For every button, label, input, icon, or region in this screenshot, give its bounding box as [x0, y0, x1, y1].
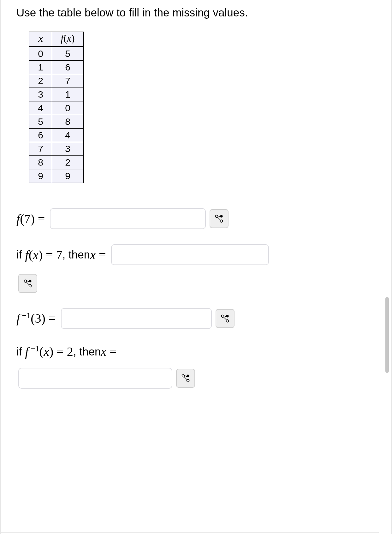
svg-line-3: [218, 217, 221, 220]
table-row: 05: [29, 47, 84, 61]
q3-answer-input[interactable]: [61, 308, 212, 329]
cell-fx: 4: [52, 129, 84, 142]
table-row: 31: [29, 88, 84, 101]
q4-lhs: x =: [101, 344, 116, 359]
cell-fx: 9: [52, 169, 84, 183]
question-2: if f(x) = 7 , then x =: [16, 244, 376, 293]
cell-x: 9: [29, 169, 52, 183]
svg-line-8: [27, 282, 29, 285]
svg-point-0: [216, 215, 218, 218]
q4-cond: f −1(x) = 2: [22, 344, 73, 359]
symbol-palette-icon: [214, 214, 224, 223]
q2-cond: f(x) = 7: [22, 247, 62, 262]
q1-answer-input[interactable]: [50, 208, 206, 229]
cell-fx: 5: [52, 47, 84, 61]
vertical-scrollbar[interactable]: [385, 297, 389, 373]
cell-x: 6: [29, 129, 52, 142]
table-row: 73: [29, 142, 84, 156]
cell-x: 0: [29, 47, 52, 61]
table-row: 64: [29, 129, 84, 142]
q2-answer-input[interactable]: [111, 244, 269, 265]
svg-point-2: [220, 220, 223, 222]
q4-mid: , then: [73, 345, 101, 358]
cell-x: 3: [29, 88, 52, 101]
table-row: 82: [29, 156, 84, 169]
svg-point-15: [182, 375, 185, 377]
table-row: 58: [29, 115, 84, 129]
q2-lhs: x =: [90, 247, 109, 262]
symbol-palette-icon: [220, 314, 230, 323]
function-table: x f(x) 05 16 27 31 40 58 64 73 82 99: [29, 32, 84, 183]
question-card: Use the table below to fill in the missi…: [0, 0, 392, 534]
cell-x: 4: [29, 101, 52, 115]
svg-line-19: [184, 375, 187, 377]
svg-line-13: [223, 317, 226, 320]
svg-line-14: [224, 316, 227, 317]
svg-line-18: [184, 377, 187, 380]
svg-point-12: [226, 320, 229, 322]
symbol-palette-button[interactable]: [176, 369, 195, 388]
cell-fx: 8: [52, 115, 84, 129]
cell-fx: 0: [52, 101, 84, 115]
svg-point-10: [221, 315, 224, 318]
cell-fx: 1: [52, 88, 84, 101]
symbol-palette-button[interactable]: [18, 274, 37, 293]
q4-answer-input[interactable]: [18, 368, 172, 389]
cell-fx: 3: [52, 142, 84, 156]
symbol-palette-button[interactable]: [210, 209, 229, 228]
table-row: 40: [29, 101, 84, 115]
svg-line-4: [218, 216, 221, 217]
svg-line-9: [27, 281, 29, 282]
symbol-palette-button[interactable]: [216, 309, 235, 328]
q1-label: f(7) =: [16, 211, 48, 226]
prompt-text: Use the table below to fill in the missi…: [16, 6, 376, 19]
svg-point-5: [24, 280, 27, 282]
q3-label: f −1(3) =: [16, 311, 59, 326]
cell-x: 7: [29, 142, 52, 156]
q4-prefix: if: [16, 345, 22, 358]
cell-x: 8: [29, 156, 52, 169]
table-header-x: x: [29, 32, 52, 47]
table-row: 99: [29, 169, 84, 183]
question-3: f −1(3) =: [16, 308, 376, 329]
q2-prefix: if: [16, 248, 22, 261]
q2-mid: , then: [62, 248, 90, 261]
table-row: 16: [29, 61, 84, 74]
question-1: f(7) =: [16, 208, 376, 229]
symbol-palette-icon: [23, 279, 33, 288]
cell-fx: 2: [52, 156, 84, 169]
svg-point-7: [29, 285, 32, 287]
cell-x: 5: [29, 115, 52, 129]
cell-x: 1: [29, 61, 52, 74]
section-divider: [1, 532, 379, 533]
cell-x: 2: [29, 74, 52, 88]
table-header-fx: f(x): [52, 32, 84, 47]
question-4: if f −1(x) = 2 , then x =: [16, 344, 376, 389]
svg-point-17: [187, 379, 189, 382]
table-row: 27: [29, 74, 84, 88]
symbol-palette-icon: [181, 373, 190, 383]
cell-fx: 7: [52, 74, 84, 88]
cell-fx: 6: [52, 61, 84, 74]
